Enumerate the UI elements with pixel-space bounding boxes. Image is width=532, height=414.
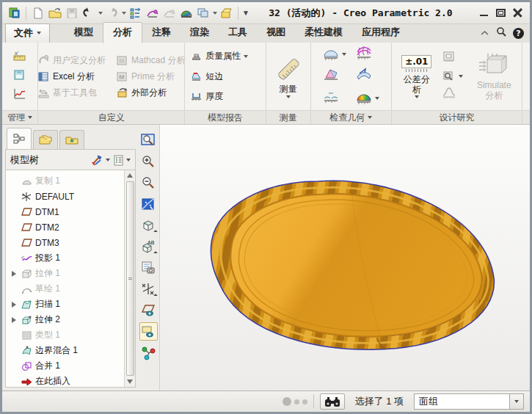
shaded-curvature-button[interactable] [355,90,379,106]
saved-orientations-button[interactable]: AB [139,237,158,255]
tab-annotate[interactable]: 注释 [142,23,181,43]
search-icon[interactable] [496,26,506,40]
minimize-button[interactable] [479,9,489,17]
3d-model-quilt[interactable] [160,125,530,391]
mathcad-analysis-button[interactable]: M Mathcad 分析 [114,54,186,68]
navtab-favorites[interactable] [59,130,84,149]
simulate-analysis-button[interactable]: Simulate 分析 [470,52,518,101]
curvature-pair-button[interactable] [322,89,346,108]
analysis-measure-button[interactable] [145,5,160,21]
filter-value[interactable]: 面组 [414,393,509,410]
open-file-button[interactable] [47,5,62,21]
tab-flexible-modeling[interactable]: 柔性建模 [295,23,352,43]
datum-display-filters-button[interactable] [139,280,158,298]
file-menu-button[interactable]: 文件 [5,23,50,43]
feasibility-study-button[interactable] [442,70,463,83]
mesh-analysis-button[interactable] [355,45,379,64]
expand-arrow[interactable] [12,317,16,323]
save-analysis-button[interactable] [12,68,27,84]
group-label-manage[interactable]: 管理 [2,110,37,124]
windows-dropdown[interactable] [213,12,217,15]
close-window-button[interactable] [219,5,234,21]
zoom-out-button[interactable] [139,173,158,192]
prime-analysis-button[interactable]: M Prime 分析 [114,70,186,84]
windows-button[interactable] [195,5,211,21]
csys-display-button[interactable] [139,344,158,362]
save-button[interactable] [64,5,79,21]
toolkit-analysis-button[interactable]: 基于工具包 [36,86,107,100]
tree-item-copy[interactable]: 复制 1 [10,173,124,189]
tree-item-dtm1[interactable]: DTM1 [10,204,124,219]
tree-item-extrude1[interactable]: 拉伸 1 [10,266,124,281]
find-button[interactable] [320,393,345,410]
tree-item-extrude2[interactable]: 拉伸 2 [10,312,124,327]
tree-item-merge[interactable]: 合并 1 [10,358,124,374]
dihedral-angle-button[interactable] [322,46,346,62]
tab-render[interactable]: 渲染 [181,23,219,43]
tree-item-dtm2[interactable]: DTM2 [10,219,124,235]
tab-applications[interactable]: 应用程序 [352,23,409,43]
tree-item-default-csys[interactable]: DEFAULT [10,189,124,204]
navtab-folder-browser[interactable] [33,130,58,149]
plane-display-button[interactable] [139,301,158,319]
tolerance-analysis-button[interactable]: ±.01 公差分析 [399,55,434,98]
graphics-area[interactable] [159,125,530,391]
filter-dropdown-button[interactable] [509,393,524,410]
thickness-button[interactable]: 厚度 [189,90,225,104]
uda-analysis-button[interactable]: 用户定义分析 [36,54,107,68]
tree-item-sketch1[interactable]: 草绘 1 [10,281,124,297]
group-label-inspect[interactable]: 检查几何 [311,110,391,124]
display-style-button[interactable] [139,216,158,234]
tab-view[interactable]: 视图 [257,23,295,43]
tree-item-insert-here[interactable]: 在此插入 [10,374,124,387]
regenerate-button[interactable] [128,5,143,21]
tree-item-boundary-blend[interactable]: 边界混合 1 [10,343,124,358]
repaint-button[interactable] [139,195,158,213]
short-edge-button[interactable]: 短边 [189,70,225,84]
model-tree-header: 模型树 [5,149,136,170]
sensitivity-study-button[interactable] [442,51,463,67]
tab-analysis[interactable]: 分析 [103,22,142,43]
tree-tools-button[interactable] [91,154,110,166]
close-button[interactable] [513,9,522,17]
scrollbar-thumb[interactable] [126,181,134,376]
excel-analysis-button[interactable]: Excel 分析 [36,70,107,84]
redo-button[interactable] [104,5,120,21]
saved-analyses-button[interactable]: x' [12,49,27,65]
statistics-study-button[interactable] [442,86,463,102]
tab-tools[interactable]: 工具 [219,23,257,43]
measure-button[interactable]: 测量 [274,54,303,98]
analysis-graph-button[interactable] [12,87,27,104]
navtab-model-tree[interactable] [7,128,32,149]
tree-item-dtm3[interactable]: DTM3 [10,235,124,250]
redo-dropdown[interactable] [122,12,126,15]
tree-item-projection[interactable]: 投影 1 [10,250,124,266]
zoom-in-button[interactable] [139,152,158,170]
selection-filter-combobox[interactable]: 面组 [414,393,524,410]
analysis-disabled-button[interactable] [161,5,177,21]
minimize-ribbon-icon[interactable] [480,26,489,40]
tree-item-sweep1[interactable]: 扫描 1 [10,297,124,312]
expand-arrow[interactable] [12,302,16,308]
plane-tag-display-button[interactable] [139,322,158,341]
qat-overflow-button[interactable]: ▼ [242,9,249,17]
undo-dropdown[interactable] [98,12,103,15]
scroll-down-icon[interactable] [127,380,133,384]
view-manager-button[interactable] [139,258,158,277]
scroll-up-icon[interactable] [127,173,133,178]
external-analysis-button[interactable]: 外部分析 [114,86,186,100]
help-icon[interactable]: ? [513,28,524,39]
appearance-button[interactable] [178,5,194,21]
zoom-window-button[interactable] [139,131,158,149]
tree-scrollbar[interactable] [124,170,135,387]
tree-item-style1[interactable]: 类型 1 [10,327,124,343]
mass-properties-button[interactable]: KG 质量属性 [189,49,249,63]
undo-button[interactable] [81,5,96,21]
tab-model[interactable]: 模型 [65,23,103,43]
deviation-analysis-button[interactable] [355,67,379,86]
prism-analysis-button[interactable] [322,67,346,86]
tree-settings-button[interactable] [113,154,131,166]
restore-button[interactable] [496,9,506,17]
expand-arrow[interactable] [12,271,16,277]
new-file-button[interactable] [30,5,45,21]
